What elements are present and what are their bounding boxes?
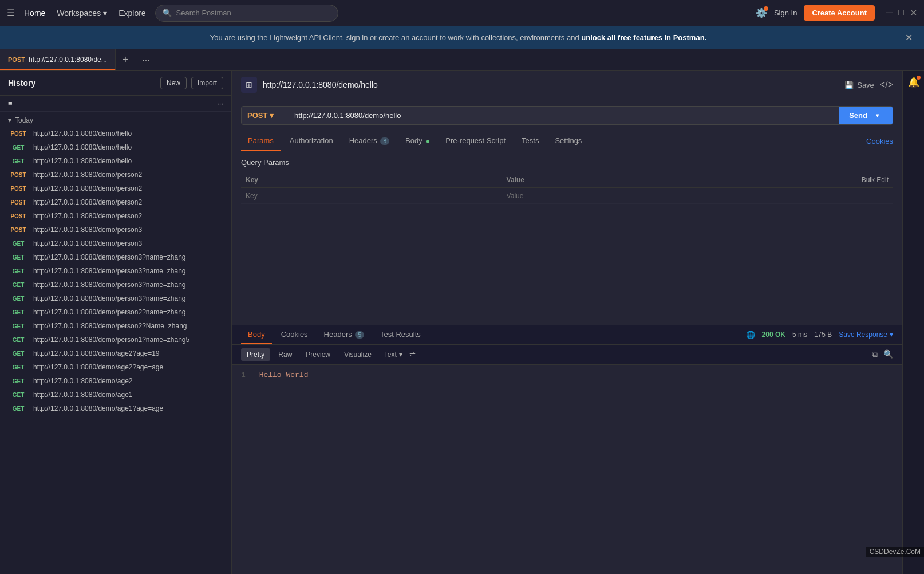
history-item[interactable]: GEThttp://127.0.0.1:8080/demo/person3?na… xyxy=(0,278,231,292)
sidebar-header: History New Import xyxy=(0,71,231,96)
response-status-bar: 🌐 200 OK 5 ms 175 B Save Response ▾ xyxy=(746,331,893,339)
send-button[interactable]: Send ▾ xyxy=(839,107,893,124)
sidebar: History New Import ≡ ··· ▾ Today POSThtt… xyxy=(0,71,232,574)
wrap-icon[interactable]: ⇌ xyxy=(409,350,416,359)
history-item-url: http://127.0.0.1:8080/demo/person2 xyxy=(33,184,142,192)
globe-icon: 🌐 xyxy=(746,331,755,339)
content-area: ⊞ http://127.0.0.1:8080/demo/hello 💾 Sav… xyxy=(232,71,902,574)
method-badge: POST xyxy=(8,213,29,220)
copy-icon[interactable]: ⧉ xyxy=(872,349,878,359)
minimize-button[interactable]: ─ xyxy=(886,7,893,18)
method-badge: POST xyxy=(8,185,29,192)
tab-active[interactable]: POST http://127.0.0.1:8080/de... xyxy=(0,49,116,70)
format-visualize-button[interactable]: Visualize xyxy=(338,348,377,361)
tab-more-button[interactable]: ··· xyxy=(135,49,156,70)
send-dropdown-arrow[interactable]: ▾ xyxy=(872,112,882,119)
banner-link[interactable]: unlock all free features in Postman. xyxy=(581,33,706,42)
response-body-toolbar: Pretty Raw Preview Visualize Text ▾ ⇌ ⧉ … xyxy=(232,345,902,365)
history-item-url: http://127.0.0.1:8080/demo/person3?name=… xyxy=(33,294,186,302)
tab-authorization[interactable]: Authorization xyxy=(283,132,340,151)
history-item[interactable]: GEThttp://127.0.0.1:8080/demo/age1?age=a… xyxy=(0,402,231,415)
history-item[interactable]: POSThttp://127.0.0.1:8080/demo/person2 xyxy=(0,168,231,182)
code-icon[interactable]: </> xyxy=(880,80,893,90)
history-item[interactable]: POSThttp://127.0.0.1:8080/demo/person3 xyxy=(0,223,231,237)
save-response-button[interactable]: Save Response ▾ xyxy=(839,331,893,339)
history-item[interactable]: GEThttp://127.0.0.1:8080/demo/age2 xyxy=(0,374,231,388)
tab-add-button[interactable]: + xyxy=(116,49,136,70)
tab-body[interactable]: Body xyxy=(398,132,436,151)
history-item[interactable]: GEThttp://127.0.0.1:8080/demo/person2?na… xyxy=(0,305,231,319)
param-value-input[interactable] xyxy=(507,192,759,200)
history-item[interactable]: GEThttp://127.0.0.1:8080/demo/hello xyxy=(0,140,231,154)
history-item[interactable]: POSThttp://127.0.0.1:8080/demo/hello xyxy=(0,127,231,140)
banner-text: You are using the Lightweight API Client… xyxy=(11,33,905,42)
cookies-link[interactable]: Cookies xyxy=(866,137,893,146)
history-item[interactable]: GEThttp://127.0.0.1:8080/demo/person2?Na… xyxy=(0,319,231,333)
history-item[interactable]: POSThttp://127.0.0.1:8080/demo/person2 xyxy=(0,182,231,195)
method-badge: GET xyxy=(8,364,29,371)
tab-headers[interactable]: Headers 8 xyxy=(342,132,396,151)
history-item[interactable]: GEThttp://127.0.0.1:8080/demo/person3 xyxy=(0,237,231,250)
sidebar-toolbar: ≡ ··· xyxy=(0,96,231,112)
save-button[interactable]: 💾 Save xyxy=(844,81,874,89)
url-bar: POST ▾ Send ▾ xyxy=(241,106,893,125)
method-badge: GET xyxy=(8,240,29,247)
method-badge: GET xyxy=(8,268,29,275)
format-preview-button[interactable]: Preview xyxy=(300,348,336,361)
param-key-input[interactable] xyxy=(246,192,497,200)
bulk-edit-button[interactable]: Bulk Edit xyxy=(862,176,889,184)
close-button[interactable]: ✕ xyxy=(910,7,917,18)
history-item-url: http://127.0.0.1:8080/demo/person2 xyxy=(33,212,142,220)
history-item[interactable]: GEThttp://127.0.0.1:8080/demo/age2?age=a… xyxy=(0,360,231,374)
new-button[interactable]: New xyxy=(160,77,187,89)
nav-home[interactable]: Home xyxy=(24,9,45,18)
maximize-button[interactable]: □ xyxy=(898,7,904,18)
history-item[interactable]: GEThttp://127.0.0.1:8080/demo/person3?na… xyxy=(0,264,231,278)
search-response-icon[interactable]: 🔍 xyxy=(883,349,893,359)
sidebar-more-icon[interactable]: ··· xyxy=(217,99,223,108)
tab-settings[interactable]: Settings xyxy=(548,132,589,151)
history-item-url: http://127.0.0.1:8080/demo/age2?age=19 xyxy=(33,349,160,357)
section-today[interactable]: ▾ Today xyxy=(0,112,231,127)
history-item[interactable]: GEThttp://127.0.0.1:8080/demo/person1?na… xyxy=(0,333,231,347)
tab-params[interactable]: Params xyxy=(241,132,281,151)
banner-close-button[interactable]: ✕ xyxy=(905,32,913,43)
resp-tab-headers[interactable]: Headers 5 xyxy=(317,325,371,344)
nav-workspaces[interactable]: Workspaces ▾ xyxy=(57,9,107,18)
history-item[interactable]: GEThttp://127.0.0.1:8080/demo/person3?na… xyxy=(0,292,231,305)
search-bar[interactable]: 🔍 Search Postman xyxy=(155,5,338,22)
history-item-url: http://127.0.0.1:8080/demo/age1?age=age xyxy=(33,404,163,412)
method-badge: GET xyxy=(8,378,29,385)
resp-tab-body[interactable]: Body xyxy=(241,325,272,344)
history-item[interactable]: GEThttp://127.0.0.1:8080/demo/person3?na… xyxy=(0,250,231,264)
response-time: 5 ms xyxy=(792,331,807,339)
history-item[interactable]: GEThttp://127.0.0.1:8080/demo/age1 xyxy=(0,388,231,402)
col-value-header: Value xyxy=(502,172,763,188)
history-item-url: http://127.0.0.1:8080/demo/person2?Name=… xyxy=(33,322,187,330)
format-raw-button[interactable]: Raw xyxy=(273,348,298,361)
url-input[interactable] xyxy=(287,107,839,124)
format-pretty-button[interactable]: Pretty xyxy=(241,348,270,361)
filter-icon[interactable]: ≡ xyxy=(8,99,13,108)
history-item[interactable]: POSThttp://127.0.0.1:8080/demo/person2 xyxy=(0,209,231,223)
create-account-button[interactable]: Create Account xyxy=(804,5,875,21)
method-badge: GET xyxy=(8,391,29,399)
import-button[interactable]: Import xyxy=(191,77,223,89)
response-body-text: Hello World xyxy=(259,371,309,379)
tab-tests[interactable]: Tests xyxy=(515,132,546,151)
text-type-select[interactable]: Text ▾ xyxy=(384,351,402,359)
history-item-url: http://127.0.0.1:8080/demo/person3?name=… xyxy=(33,267,186,275)
gear-icon[interactable]: ⚙️ xyxy=(756,7,767,18)
menu-icon[interactable]: ☰ xyxy=(7,7,15,18)
history-item[interactable]: GEThttp://127.0.0.1:8080/demo/hello xyxy=(0,154,231,168)
history-item[interactable]: POSThttp://127.0.0.1:8080/demo/person2 xyxy=(0,195,231,209)
resp-tab-test-results[interactable]: Test Results xyxy=(373,325,428,344)
nav-explore[interactable]: Explore xyxy=(119,9,145,18)
sign-in-link[interactable]: Sign In xyxy=(774,9,797,17)
method-select[interactable]: POST ▾ xyxy=(242,107,287,124)
text-type-arrow: ▾ xyxy=(399,351,402,359)
right-panel-icon-1[interactable]: 🔔 xyxy=(908,77,919,88)
resp-tab-cookies[interactable]: Cookies xyxy=(274,325,315,344)
tab-pre-request[interactable]: Pre-request Script xyxy=(439,132,512,151)
history-item[interactable]: GEThttp://127.0.0.1:8080/demo/age2?age=1… xyxy=(0,347,231,360)
